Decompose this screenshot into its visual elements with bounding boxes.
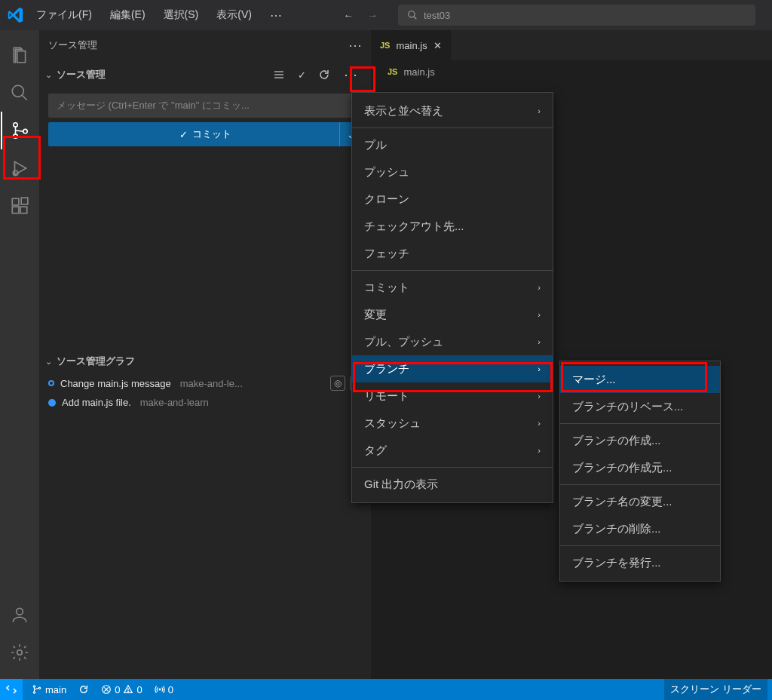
status-ports-count: 0 [168,684,173,695]
svg-line-1 [414,17,417,20]
vscode-logo-icon [5,5,26,26]
menu-fetch[interactable]: フェッチ [352,240,553,267]
menu-edit[interactable]: 編集(E) [103,4,153,26]
scm-header-more-icon[interactable]: ⋯ [348,37,362,54]
scm-icon[interactable] [1,112,38,149]
debug-icon[interactable] [1,149,38,187]
svg-point-17 [33,686,35,687]
scm-section-title: ソース管理 [57,68,106,81]
status-errors[interactable]: 0 0 [95,684,148,695]
svg-line-3 [22,95,27,100]
svg-rect-11 [21,198,28,204]
status-screen-reader[interactable]: スクリーン リーダー [664,679,767,700]
commit-button[interactable]: ✓ コミット ⌄ [48,122,362,146]
svg-point-24 [128,691,129,692]
commit-check-icon[interactable]: ✓ [294,67,309,82]
submenu-rename[interactable]: ブランチ名の変更... [560,488,720,515]
menu-pull-push[interactable]: プル、プッシュ› [352,328,553,355]
js-file-icon: JS [388,67,397,76]
chevron-down-icon[interactable]: ⌄ [45,70,52,80]
search-text: test03 [424,10,450,21]
svg-rect-9 [12,207,19,213]
sync-icon [78,684,89,695]
scm-graph-title: ソース管理グラフ [57,355,135,368]
warning-icon [123,684,133,695]
breadcrumb-label: main.js [403,66,434,78]
check-icon: ✓ [179,129,188,140]
menu-select[interactable]: 選択(S) [156,4,207,26]
submenu-create[interactable]: ブランチの作成... [560,427,720,454]
titlebar: ファイル(F) 編集(E) 選択(S) 表示(V) ⋯ ← → test03 [0,0,772,30]
svg-point-5 [14,134,17,138]
menu-git-output[interactable]: Git 出力の表示 [352,471,553,498]
extensions-icon[interactable] [1,187,38,225]
submenu-merge[interactable]: マージ... [560,366,720,393]
submenu-create-from[interactable]: ブランチの作成元... [560,454,720,481]
submenu-delete[interactable]: ブランチの削除... [560,515,720,542]
menu-view-sort[interactable]: 表示と並べ替え› [352,97,553,124]
menu-clone[interactable]: クローン [352,186,553,213]
menu-push[interactable]: プッシュ [352,158,553,186]
menu-tag[interactable]: タグ› [352,437,553,464]
breadcrumb[interactable]: JS main.js [371,60,772,83]
menu-checkout[interactable]: チェックアウト先... [352,213,553,240]
menu-stash[interactable]: スタッシュ› [352,410,553,437]
branch-submenu: マージ... ブランチのリベース... ブランチの作成... ブランチの作成元.… [559,361,721,582]
command-search-input[interactable]: test03 [398,5,755,26]
menu-pull[interactable]: プル [352,131,553,158]
settings-gear-icon[interactable] [1,634,38,671]
account-icon[interactable] [1,596,38,634]
commit-author: make-and-learn [140,397,209,408]
svg-point-12 [17,608,23,615]
search-activity-icon[interactable] [1,74,38,112]
nav-forward-icon[interactable]: → [362,5,383,26]
commit-row[interactable]: Add main.js file. make-and-learn [39,394,371,411]
commit-row[interactable]: Change main.js message make-and-le... ◎ … [39,373,371,394]
menu-changes[interactable]: 変更› [352,301,553,328]
screen-reader-label: スクリーン リーダー [670,683,761,696]
svg-rect-8 [12,198,19,205]
svg-point-4 [14,123,17,127]
svg-point-6 [23,129,27,133]
submenu-publish[interactable]: ブランチを発行... [560,549,720,576]
scm-title: ソース管理 [48,38,97,52]
status-warnings-count: 0 [136,684,142,695]
nav-back-icon[interactable]: ← [338,5,359,26]
scm-more-actions-icon[interactable]: ⋯ [339,63,362,86]
scm-sidebar: ソース管理 ⋯ ⌄ ソース管理 ✓ ⋯ メッセージ (Ctrl+Enter で … [39,30,371,679]
explorer-icon[interactable] [1,36,38,74]
svg-point-19 [38,687,40,689]
antenna-icon [155,684,165,695]
svg-point-13 [17,650,23,655]
status-errors-count: 0 [115,684,120,695]
menu-remote[interactable]: リモート› [352,382,553,410]
svg-rect-10 [20,207,27,213]
commit-dot-icon [48,380,54,386]
close-icon[interactable]: ✕ [433,40,442,51]
js-file-icon: JS [380,41,390,50]
branch-icon [32,684,42,695]
commit-message: Add main.js file. [62,397,131,408]
svg-point-18 [33,692,35,693]
editor-tabs: JS main.js ✕ [371,30,772,60]
chevron-down-icon[interactable]: ⌄ [45,357,52,367]
tab-main-js[interactable]: JS main.js ✕ [371,30,452,60]
commit-placeholder: メッセージ (Ctrl+Enter で "main" にコミッ... [57,99,250,112]
search-icon [407,10,418,20]
status-branch-label: main [45,684,66,695]
menu-more-icon[interactable]: ⋯ [262,4,290,27]
commit-message: Change main.js message [60,378,171,389]
submenu-rebase[interactable]: ブランチのリベース... [560,393,720,420]
commit-message-input[interactable]: メッセージ (Ctrl+Enter で "main" にコミッ... [48,94,362,118]
status-sync[interactable] [72,684,95,695]
status-branch[interactable]: main [26,684,72,695]
menu-view[interactable]: 表示(V) [209,4,259,26]
menu-file[interactable]: ファイル(F) [29,4,100,26]
refresh-icon[interactable] [317,67,332,82]
commit-target-icon[interactable]: ◎ [330,376,345,391]
menu-branch[interactable]: ブランチ› [352,355,553,382]
status-ports[interactable]: 0 [149,684,179,695]
remote-indicator-icon[interactable] [0,679,23,700]
menu-commit[interactable]: コミット› [352,274,553,301]
tree-view-icon[interactable] [271,67,286,82]
